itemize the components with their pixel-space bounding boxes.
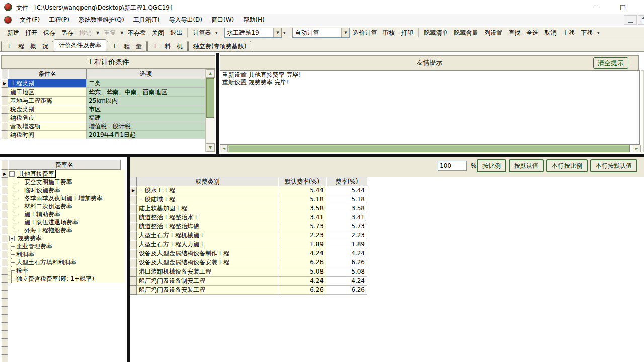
table-row[interactable]: 设备及大型金属结构设备安装工程6.266.26 (130, 258, 367, 267)
tree-item-label[interactable]: 临时设施费率 (23, 187, 61, 194)
menu-item[interactable]: 工程(P) (44, 14, 74, 26)
collapse-icon[interactable]: - (9, 171, 15, 177)
table-row[interactable]: 税金类别市区 (1, 105, 205, 114)
category-cell[interactable]: 船厂坞门及设备安装工程 (137, 286, 278, 295)
toolbar-button[interactable]: 保存 (40, 27, 58, 38)
tab[interactable]: 工 程 概 况 (1, 41, 53, 51)
tree-item-label[interactable]: 其他直接费率 (17, 170, 56, 178)
toolbar-button[interactable]: 列设置 (481, 27, 505, 38)
default-rate-cell[interactable]: 5.73 (278, 222, 326, 231)
table-row[interactable]: 大型土石方工程人力施工1.891.89 (130, 240, 367, 249)
tree-item-label[interactable]: 施工队伍进退场费率 (23, 219, 79, 226)
menu-item[interactable]: 导入导出(D) (164, 14, 207, 26)
toolbar-overflow-icon[interactable]: ▾ (596, 31, 601, 35)
toolbar-grip[interactable] (289, 28, 290, 37)
tree-row[interactable]: 利润率 (1, 250, 124, 258)
condition-option-cell[interactable]: 2019年4月1日起 (87, 131, 205, 139)
tree-row[interactable]: 施工队伍进退场费率 (1, 218, 124, 226)
tree-row[interactable]: 大型土石方填料利润率 (1, 258, 124, 266)
category-cell[interactable]: 一般水工工程 (137, 186, 278, 195)
tree-item[interactable]: 施工队伍进退场费率 (8, 218, 124, 226)
tree-item-label[interactable]: 施工辅助费率 (23, 211, 61, 218)
default-rate-cell[interactable]: 3.41 (278, 213, 326, 222)
dropdown-arrow-icon[interactable]: ▼ (119, 31, 125, 35)
table-row[interactable]: 施工地区华东、华南、中南、西南地区 (1, 88, 205, 97)
scroll-down-icon[interactable]: ▼ (206, 143, 215, 152)
tab[interactable]: 计价条件及费率 (54, 39, 106, 51)
scrollbar-horizontal[interactable]: ◄ ► (220, 145, 641, 152)
tree-item-label[interactable]: 税率 (15, 267, 29, 274)
rate-cell[interactable]: 4.24 (326, 277, 367, 286)
category-cell[interactable]: 船厂坞门及设备制安工程 (137, 277, 278, 286)
tree-item[interactable]: 临时设施费率 (8, 186, 124, 194)
default-rate-cell[interactable]: 3.58 (278, 204, 326, 213)
tab[interactable]: 工 料 机 (147, 41, 188, 51)
rate-cell[interactable]: 6.26 (326, 258, 367, 267)
tree-item[interactable]: 大型土石方填料利润率 (8, 258, 124, 266)
rate-cell[interactable]: 5.18 (326, 195, 367, 204)
menu-item[interactable]: 窗口(W) (207, 14, 238, 26)
tree-row[interactable]: 安全文明施工费率 (1, 178, 124, 186)
default-rate-cell[interactable]: 1.89 (278, 240, 326, 249)
tree-item[interactable]: 企业管理费率 (8, 242, 124, 250)
toolbar-overflow-icon[interactable]: ▾ (282, 31, 287, 35)
chevron-down-icon[interactable]: ▼ (341, 28, 349, 37)
tree-row[interactable]: 税率 (1, 266, 124, 275)
rate-cell[interactable]: 6.26 (326, 286, 367, 295)
toolbar-button[interactable]: 审核 (380, 27, 398, 38)
menu-item[interactable]: 工具箱(T) (129, 14, 165, 26)
condition-name-cell[interactable]: 施工地区 (8, 88, 87, 97)
rate-cell[interactable]: 2.23 (326, 231, 367, 240)
scrollbar-thumb[interactable] (228, 145, 630, 152)
rate-action-button[interactable]: 本行按比例 (546, 159, 588, 172)
menu-item[interactable]: 帮助(H) (238, 14, 269, 26)
toolbar-overflow-icon[interactable]: ▾ (214, 31, 219, 35)
rate-cell[interactable]: 3.58 (326, 204, 367, 213)
tree-row[interactable]: +规费费率 (1, 234, 124, 242)
clear-tips-button[interactable]: 清空提示 (593, 57, 628, 69)
toolbar-button[interactable]: 下移 (578, 27, 596, 38)
default-rate-cell[interactable]: 5.44 (278, 186, 326, 195)
tree-item-label[interactable]: 独立费含税费率(即: 1+税率) (15, 275, 95, 282)
tree-row[interactable]: 施工辅助费率 (1, 210, 124, 218)
toolbar-combobox[interactable]: 自动计算▼ (292, 28, 350, 38)
chevron-down-icon[interactable]: ▼ (273, 28, 281, 37)
toolbar-button[interactable]: 打印 (398, 27, 416, 38)
toolbar-button[interactable]: 全选 (523, 27, 541, 38)
tree-item-label[interactable]: 冬季雨季及夜间施工增加费率 (23, 195, 104, 202)
default-rate-cell[interactable]: 4.24 (278, 277, 326, 286)
toolbar-button[interactable]: 上移 (559, 27, 578, 38)
category-cell[interactable]: 航道整治工程整治水工 (137, 213, 278, 222)
tree-item-label[interactable]: 利润率 (15, 251, 35, 258)
default-rate-cell[interactable]: 4.24 (278, 249, 326, 258)
toolbar-button[interactable]: 打开 (22, 27, 40, 38)
rate-cell[interactable]: 3.41 (326, 213, 367, 222)
toolbar-grip[interactable] (221, 28, 222, 37)
vertical-splitter[interactable] (216, 53, 219, 154)
tree-item[interactable]: -其他直接费率 (8, 170, 124, 178)
tree-item-label[interactable]: 企业管理费率 (15, 243, 53, 250)
table-row[interactable]: 纳税时间2019年4月1日起 (1, 131, 205, 139)
tab[interactable]: 独立费(专项费基数) (188, 41, 251, 51)
condition-name-cell[interactable]: 税金类别 (8, 105, 87, 114)
tree-item[interactable]: 材料二次倒运费率 (8, 202, 124, 210)
table-row[interactable]: 基地与工程距离25km以内 (1, 97, 205, 105)
tree-item[interactable]: 安全文明施工费率 (8, 178, 124, 186)
default-rate-cell[interactable]: 5.18 (278, 195, 326, 204)
toolbar-button[interactable]: 隐藏含量 (451, 27, 481, 38)
rate-action-button[interactable]: 按比例 (477, 159, 506, 172)
scroll-right-icon[interactable]: ► (633, 145, 641, 152)
toolbar-button[interactable]: 新建 (4, 27, 22, 38)
rate-cell[interactable]: 5.44 (326, 186, 367, 195)
tree-row[interactable]: 独立费含税费率(即: 1+税率) (1, 275, 124, 283)
table-row[interactable]: 设备及大型金属结构设备制作工程4.244.24 (130, 249, 367, 258)
toolbar-combobox[interactable]: 水工建筑19▼ (224, 28, 282, 38)
category-cell[interactable]: 设备及大型金属结构设备制作工程 (137, 249, 278, 258)
tree-item-label[interactable]: 规费费率 (17, 235, 43, 242)
tree-row[interactable]: 材料二次倒运费率 (1, 202, 124, 210)
tree-item[interactable]: 利润率 (8, 250, 124, 258)
tree-item[interactable]: +规费费率 (8, 234, 124, 242)
condition-name-cell[interactable]: 基地与工程距离 (8, 97, 87, 105)
percent-input[interactable] (438, 161, 467, 171)
scroll-up-icon[interactable]: ▲ (206, 69, 215, 78)
